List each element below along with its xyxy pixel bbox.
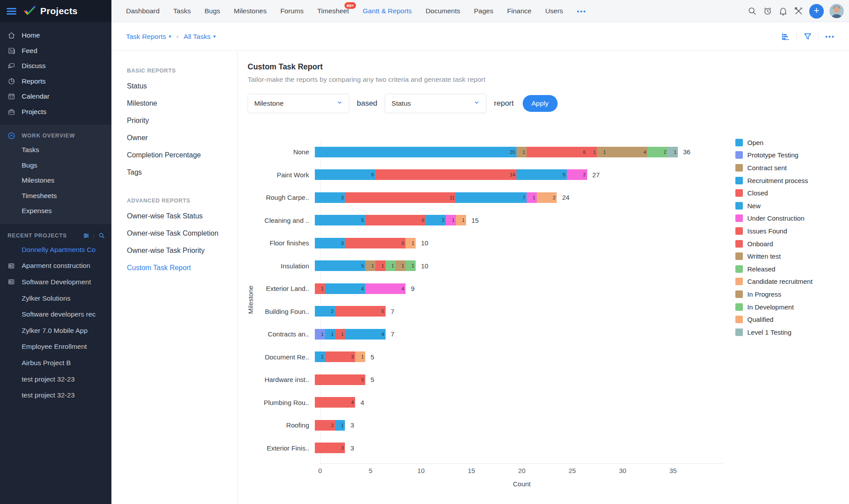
legend-item[interactable]: Written test bbox=[735, 250, 813, 263]
bar-segment[interactable]: 2 bbox=[647, 147, 668, 157]
report-item-priority[interactable]: Priority bbox=[111, 112, 237, 129]
sidebar-item-calendar[interactable]: Calendar bbox=[0, 89, 111, 104]
stacked-bar[interactable]: 311712 bbox=[315, 192, 557, 203]
bar-segment[interactable]: 1 bbox=[335, 329, 345, 340]
work-overview-item-timesheets[interactable]: Timesheets bbox=[0, 188, 111, 204]
bar-segment[interactable]: 1 bbox=[375, 260, 386, 271]
bar-segment[interactable]: 5 bbox=[315, 215, 365, 225]
bar-segment[interactable]: 5 bbox=[315, 374, 365, 385]
report-item-completion-percentage[interactable]: Completion Percentage bbox=[111, 146, 237, 164]
stacked-bar[interactable]: 361 bbox=[315, 238, 416, 248]
bar-segment[interactable]: 20 bbox=[315, 147, 516, 157]
recent-project-item[interactable]: test project 32-23 bbox=[0, 387, 111, 404]
chevron-up-circle-icon[interactable] bbox=[8, 132, 15, 140]
stacked-bar[interactable]: 5 bbox=[315, 374, 365, 385]
bar-segment[interactable]: 1 bbox=[325, 329, 335, 340]
report-item-status[interactable]: Status bbox=[111, 77, 237, 95]
sidebar-item-reports[interactable]: Reports bbox=[0, 74, 111, 89]
bar-segment[interactable]: 6 bbox=[345, 238, 405, 248]
legend-item[interactable]: Candidate recruitment bbox=[735, 275, 813, 288]
report-item-custom-task-report[interactable]: Custom Task Report bbox=[111, 259, 237, 276]
bar-segment[interactable]: 1 bbox=[315, 329, 325, 340]
recent-project-item[interactable]: Employee Enrollment bbox=[0, 339, 111, 355]
legend-item[interactable]: Closed bbox=[735, 187, 813, 199]
bar-segment[interactable]: 1 bbox=[315, 283, 325, 294]
report-item-milestone[interactable]: Milestone bbox=[111, 95, 237, 112]
bar-segment[interactable]: 11 bbox=[345, 192, 456, 203]
legend-item[interactable]: Under Construction bbox=[735, 212, 813, 225]
apply-button[interactable]: Apply bbox=[523, 95, 558, 112]
topnav-item-timesheet[interactable]: Timesheet99+ bbox=[317, 7, 349, 15]
sidebar-item-home[interactable]: Home bbox=[0, 28, 111, 43]
recent-project-item[interactable]: Zylker 7.0 Mobile App bbox=[0, 322, 111, 339]
tools-icon[interactable] bbox=[794, 6, 803, 16]
recent-project-item[interactable]: Aparment construction bbox=[0, 258, 111, 274]
legend-item[interactable]: New bbox=[735, 199, 813, 212]
bar-segment[interactable]: 1 bbox=[405, 238, 416, 248]
bar-segment[interactable]: 6 bbox=[315, 169, 375, 180]
bar-segment[interactable]: 6 bbox=[365, 215, 426, 225]
sidebar-item-projects[interactable]: Projects bbox=[0, 104, 111, 120]
more-options-icon[interactable]: ••• bbox=[825, 33, 835, 40]
timer-icon[interactable] bbox=[763, 6, 773, 16]
bar-segment[interactable]: 3 bbox=[315, 238, 345, 248]
bar-segment[interactable]: 1 bbox=[335, 420, 345, 431]
sidebar-item-feed[interactable]: Feed bbox=[0, 43, 111, 59]
stacked-bar[interactable]: 1114 bbox=[315, 329, 386, 340]
stacked-bar[interactable]: 131 bbox=[315, 351, 365, 362]
bar-segment[interactable]: 1 bbox=[315, 351, 325, 362]
add-button[interactable]: + bbox=[809, 4, 824, 19]
bar-segment[interactable]: 3 bbox=[315, 443, 345, 453]
bar-segment[interactable]: 4 bbox=[325, 283, 365, 294]
avatar[interactable] bbox=[830, 4, 844, 18]
legend-item[interactable]: Contract sent bbox=[735, 161, 813, 174]
report-item-owner[interactable]: Owner bbox=[111, 129, 237, 146]
report-item-owner-wise-task-priority[interactable]: Owner-wise Task Priority bbox=[111, 242, 237, 259]
bar-segment[interactable]: 3 bbox=[325, 351, 355, 362]
criteria1-select[interactable]: Milestone bbox=[248, 94, 349, 113]
bar-segment[interactable]: 1 bbox=[456, 215, 466, 225]
bar-segment[interactable]: 7 bbox=[456, 192, 527, 203]
breadcrumb-task-reports[interactable]: Task Reports▾ bbox=[126, 33, 171, 41]
bar-segment[interactable]: 14 bbox=[375, 169, 516, 180]
recent-project-item[interactable]: test project 32-23 bbox=[0, 371, 111, 387]
bar-segment[interactable]: 4 bbox=[365, 283, 405, 294]
work-overview-item-expenses[interactable]: Expenses bbox=[0, 203, 111, 219]
bar-segment[interactable]: 2 bbox=[426, 215, 446, 225]
topnav-item-users[interactable]: Users bbox=[545, 7, 563, 15]
topnav-item-gantt-reports[interactable]: Gantt & Reports bbox=[363, 7, 412, 15]
bar-segment[interactable]: 2 bbox=[537, 192, 557, 203]
work-overview-item-bugs[interactable]: Bugs bbox=[0, 158, 111, 173]
report-item-owner-wise-task-status[interactable]: Owner-wise Task Status bbox=[111, 207, 237, 225]
topnav-item-dashboard[interactable]: Dashboard bbox=[126, 7, 160, 15]
bar-segment[interactable]: 1 bbox=[405, 260, 416, 271]
stacked-bar[interactable]: 25 bbox=[315, 306, 386, 317]
legend-item[interactable]: Recruitment process bbox=[735, 174, 813, 187]
recent-project-item[interactable]: Airbus Project B bbox=[0, 355, 111, 371]
legend-item[interactable]: Prototype Testing bbox=[735, 149, 813, 162]
legend-item[interactable]: Qualified bbox=[735, 313, 813, 326]
bar-segment[interactable]: 1 bbox=[395, 260, 405, 271]
project-search-icon[interactable] bbox=[98, 232, 105, 239]
topnav-item-bugs[interactable]: Bugs bbox=[204, 7, 220, 15]
stacked-bar[interactable]: 511111 bbox=[315, 260, 416, 271]
bar-segment[interactable]: 1 bbox=[668, 147, 678, 157]
legend-item[interactable]: Released bbox=[735, 263, 813, 275]
recent-project-item[interactable]: Software Development bbox=[0, 274, 111, 290]
stacked-bar[interactable]: 144 bbox=[315, 283, 405, 294]
bar-segment[interactable]: 5 bbox=[315, 260, 365, 271]
stacked-bar[interactable]: 201611421 bbox=[315, 147, 678, 157]
bar-segment[interactable]: 1 bbox=[446, 215, 456, 225]
hamburger-menu-icon[interactable] bbox=[7, 7, 16, 16]
bar-segment[interactable]: 1 bbox=[355, 351, 365, 362]
work-overview-item-tasks[interactable]: Tasks bbox=[0, 142, 111, 158]
bar-segment[interactable]: 1 bbox=[516, 147, 527, 157]
bar-segment[interactable]: 4 bbox=[345, 329, 385, 340]
legend-item[interactable]: Open bbox=[735, 136, 813, 149]
topnav-item-finance[interactable]: Finance bbox=[507, 7, 532, 15]
criteria2-select[interactable]: Status bbox=[385, 94, 486, 113]
recent-project-item[interactable]: Donnelly Apartments Co bbox=[0, 242, 111, 258]
bar-segment[interactable]: 5 bbox=[335, 306, 386, 317]
report-item-owner-wise-task-completion[interactable]: Owner-wise Task Completion bbox=[111, 225, 237, 242]
stacked-bar[interactable]: 4 bbox=[315, 397, 355, 408]
